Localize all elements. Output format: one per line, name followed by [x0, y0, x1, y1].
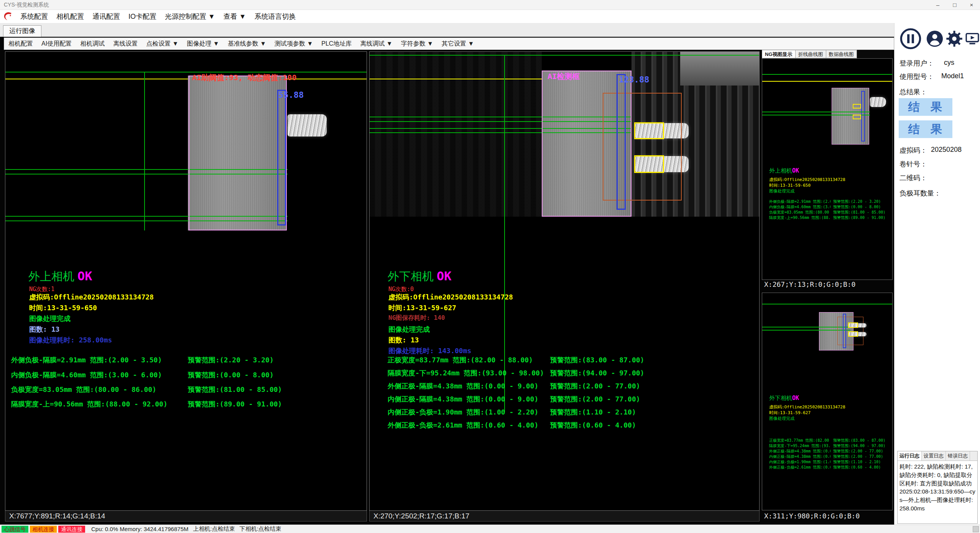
statusbar-resize-grip[interactable]: [973, 526, 979, 532]
lower-cursor-coords: X:270;Y:2502;R:17;G:17;B:17: [369, 511, 760, 521]
warn-range-text: 预警范围:(2.00 - 77.00): [550, 395, 640, 404]
minimize-button[interactable]: –: [929, 0, 946, 10]
upper-camera-check-text: 上相机:点检结束: [193, 525, 235, 533]
screen-switch-button[interactable]: [965, 29, 980, 48]
ai-box-label: AI检测框: [548, 71, 580, 82]
tab-count-label: 负极耳数量：: [899, 189, 941, 198]
mini-warn: 预警范围:(0.60 - 4.00): [833, 465, 891, 470]
warn-range-text: 预警范围:(81.00 - 85.00): [188, 385, 282, 394]
maximize-button[interactable]: □: [946, 0, 963, 10]
menu-comm-config[interactable]: 通讯配置: [88, 10, 124, 23]
tool-other-settings[interactable]: 其它设置 ▼: [437, 38, 478, 49]
tool-plc-address[interactable]: PLC地址库: [317, 38, 356, 49]
lower-camera-check-text: 下相机:点检结束: [240, 525, 281, 533]
tab-settings-log[interactable]: 设置日志: [922, 451, 946, 461]
mini-measure: 隔膜宽度-上=90.56mm 范围:(88.00 - 92.00): [769, 215, 830, 220]
toolbar: 相机配置 AI使用配置 相机调试 离线设置 点检设置 ▼ 图像处理 ▼ 基准线参…: [4, 38, 894, 50]
camera-view-upper[interactable]: AI助阈值:93, 动态阈值:100 55.88 外上相机OK NG次数:1 虚…: [5, 51, 367, 511]
menu-system-config[interactable]: 系统配置: [16, 10, 52, 23]
ng-count-text: NG次数:0: [388, 286, 414, 293]
warn-range-text: 预警范围:(0.00 - 8.00): [188, 370, 274, 380]
mini-virtual-code: 虚拟码:Offline20250208133134728: [769, 404, 888, 410]
menu-light-config[interactable]: 光源控制配置 ▼: [161, 10, 219, 23]
warn-range-text: 预警范围:(2.20 - 3.20): [188, 355, 274, 365]
tab-run-log[interactable]: 运行日志: [898, 451, 922, 461]
process-done-text: 图像处理完成: [388, 325, 430, 334]
measurement-text: 外侧负极-隔膜=2.91mm 范围:(2.00 - 3.50): [11, 355, 162, 365]
tool-spotcheck-setting[interactable]: 点检设置 ▼: [142, 38, 183, 49]
mini-camera-title: 外上相机OK: [769, 167, 799, 174]
edge-measure-value: 55.88: [278, 90, 304, 100]
frame-count-text: 图数: 13: [29, 325, 59, 334]
measurement-text: 外侧正极-隔膜=4.38mm 范围:(0.00 - 9.00): [388, 382, 538, 391]
tab-ng-view[interactable]: NG视图显示: [762, 50, 796, 58]
tab-error-log[interactable]: 错误日志: [946, 451, 970, 461]
process-time-text: 图像处理耗时: 258.00ms: [29, 336, 112, 345]
ng-view-upper[interactable]: 外上相机OK 虚拟码:Offline20250208133134728 时间:1…: [762, 58, 893, 280]
ng-count-text: NG次数:1: [29, 286, 54, 293]
camera-link-status-badge: 相机连接: [30, 526, 57, 533]
camera-view-lower[interactable]: AI检测框 123.88 外下相机OK NG次数:0 虚拟码:Offline20…: [369, 51, 760, 511]
ok-badge: OK: [437, 269, 452, 283]
ng-view-lower[interactable]: 外下相机OK 虚拟码:Offline20250208133134728 时间:1…: [762, 293, 893, 510]
tool-camera-debug[interactable]: 相机调试: [76, 38, 109, 49]
tool-offline-setting[interactable]: 离线设置: [109, 38, 142, 49]
tool-camera-config[interactable]: 相机配置: [4, 38, 37, 49]
tool-char-params[interactable]: 字符参数 ▼: [397, 38, 437, 49]
virtual-code-label: 虚拟码：: [899, 146, 927, 155]
baseline-hline-green: [5, 72, 367, 72]
ai-roi-rect: [189, 76, 287, 230]
ng-lower-coords: X:311;Y:980;R:0;G:0;B:0: [762, 512, 860, 520]
edge-roi-rect: [277, 90, 286, 225]
mini-warn: 预警范围:(1.10 - 2.10): [833, 459, 891, 465]
tab-data-curve[interactable]: 数据曲线图: [826, 50, 857, 58]
measurement-text: 内侧正极-隔膜=4.38mm 范围:(0.00 - 9.00): [388, 395, 538, 404]
electrode-tab-image: [288, 114, 327, 137]
menu-camera-config[interactable]: 相机配置: [52, 10, 88, 23]
window-title: CYS-视觉检测系统: [4, 2, 49, 8]
tool-offline-debug[interactable]: 离线调试 ▼: [356, 38, 396, 49]
settings-button[interactable]: [945, 30, 963, 48]
mini-detect-rect: [837, 317, 863, 345]
mini-ok-badge: OK: [792, 167, 799, 174]
mini-done: 图像处理完成: [769, 188, 888, 194]
result-badge-upper: 结 果: [899, 98, 952, 116]
mini-camera-name: 外上相机: [769, 167, 792, 174]
tool-baseline-params[interactable]: 基准线参数 ▼: [224, 38, 270, 49]
heartbeat-status-badge: 心跳信号: [2, 526, 28, 533]
menu-io-config[interactable]: IO卡配置: [124, 10, 161, 23]
cpu-memory-text: Cpu: 0.0% Memory: 3424.41796875M: [91, 526, 188, 532]
pause-button[interactable]: [900, 28, 921, 49]
mini-warn: 预警范围:(81.00 - 85.00): [833, 210, 891, 215]
tab-line-curve[interactable]: 折线曲线图: [796, 50, 826, 58]
process-done-text: 图像处理完成: [29, 314, 71, 323]
user-icon: [926, 30, 944, 48]
mini-measure: 隔膜宽度-下=95.24mm 范围:(93.00 - 98.00): [769, 443, 830, 449]
model-value: Model1: [941, 72, 964, 80]
menu-language-switch[interactable]: 系统语言切换: [250, 10, 300, 23]
measurement-text: 外侧正极-负极=2.61mm 范围:(0.60 - 4.00): [388, 421, 538, 430]
tab-run-image[interactable]: 运行图像: [3, 25, 41, 37]
app-logo-icon: [2, 11, 13, 22]
mini-measure: 内侧负极-隔膜=4.60mm 范围:(3.00 - 6.00): [769, 204, 830, 210]
mini-hline: [762, 74, 893, 75]
camera-status-title: 外下相机OK: [388, 269, 452, 285]
warn-range-text: 预警范围:(94.00 - 97.00): [550, 368, 644, 378]
tool-image-process[interactable]: 图像处理 ▼: [183, 38, 223, 49]
log-tabs: 运行日志 设置日志 错误日志: [898, 451, 977, 461]
menu-view[interactable]: 查看 ▼: [219, 10, 250, 23]
mini-measure: 正极宽度=83.77mm 范围:(82.00 - 88.00): [769, 438, 830, 443]
measurement-text: 负极宽度=83.05mm 范围:(80.00 - 86.00): [11, 385, 156, 394]
mini-time: 时间:13-31-59-650: [769, 183, 888, 188]
tool-ai-config[interactable]: AI使用配置: [37, 38, 76, 49]
close-button[interactable]: ×: [963, 0, 980, 10]
result-badge-lower: 结 果: [899, 120, 952, 138]
camera-name: 外上相机: [28, 270, 74, 283]
user-button[interactable]: [926, 30, 944, 48]
mini-edge-rect: [861, 91, 865, 141]
edge-roi-rect: [617, 74, 626, 210]
tab-detect-box: [634, 155, 664, 173]
tool-test-params[interactable]: 测试项参数 ▼: [270, 38, 317, 49]
time-text: 时间:13-31-59-627: [388, 303, 456, 313]
mini-hline-yellow: [762, 81, 893, 82]
